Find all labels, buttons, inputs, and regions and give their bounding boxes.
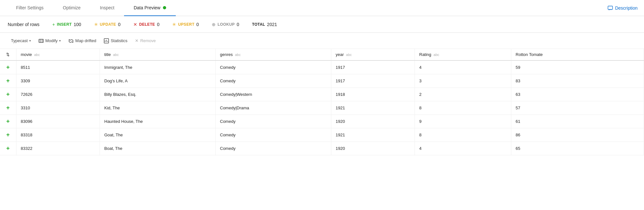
total-value: 2021	[267, 22, 277, 27]
description-button[interactable]: Description	[607, 5, 638, 11]
col-header-genres[interactable]: genres abc	[215, 49, 331, 60]
cell-indicator: +	[0, 115, 16, 128]
delete-icon: ✕	[133, 22, 137, 27]
typecast-label: Typecast	[11, 38, 28, 43]
update-stat: ✳ UPDATE 0	[94, 22, 121, 27]
cell-year: 1920	[331, 142, 415, 155]
cell-movie: 8511	[16, 60, 100, 74]
cell-year: 1917	[331, 60, 415, 74]
cell-indicator: +	[0, 142, 16, 155]
cell-title: Immigrant, The	[100, 60, 215, 74]
insert-icon: +	[52, 22, 55, 27]
cell-genres: Comedy	[215, 115, 331, 128]
cell-rating: 2	[415, 88, 511, 101]
col-header-rating[interactable]: Rating abc	[415, 49, 511, 60]
chat-icon	[607, 5, 613, 11]
col-header-year[interactable]: year abc	[331, 49, 415, 60]
map-drifted-button[interactable]: Map drifted	[65, 37, 99, 45]
cell-genres: Comedy	[215, 60, 331, 74]
cell-movie: 83318	[16, 128, 100, 142]
toolbar-row: Typecast ▾ Modify ▾ Map drifted Statisti…	[0, 33, 644, 49]
modify-button[interactable]: Modify ▾	[35, 37, 64, 45]
cell-genres: Comedy|Western	[215, 88, 331, 101]
cell-year: 1918	[331, 88, 415, 101]
statistics-button[interactable]: Statistics	[101, 37, 130, 45]
cell-genres: Comedy|Drama	[215, 101, 331, 115]
table-row: +83322Boat, TheComedy1920465	[0, 142, 644, 155]
col-header-title[interactable]: title abc	[100, 49, 215, 60]
total-stat: TOTAL 2021	[252, 22, 277, 27]
delete-label: DELETE	[139, 22, 155, 27]
cell-rotten: 83	[511, 74, 644, 88]
svg-rect-1	[39, 39, 43, 42]
cell-year: 1921	[331, 101, 415, 115]
cell-title: Billy Blazes, Esq.	[100, 88, 215, 101]
genres-sort[interactable]: genres abc	[220, 52, 241, 57]
update-icon: ✳	[94, 22, 98, 27]
tab-inspect[interactable]: Inspect	[90, 0, 124, 16]
year-sort[interactable]: year abc	[336, 52, 352, 57]
update-value: 0	[118, 22, 121, 27]
sort-up-icon: ⇅	[6, 52, 10, 57]
cell-indicator: +	[0, 88, 16, 101]
data-table-container: ⇅ movie abc title abc	[0, 49, 644, 155]
table-row: +83096Haunted House, TheComedy1920961	[0, 115, 644, 128]
data-table: ⇅ movie abc title abc	[0, 49, 644, 155]
cell-rating: 9	[415, 115, 511, 128]
cell-movie: 72626	[16, 88, 100, 101]
movie-sort[interactable]: movie abc	[21, 52, 40, 57]
tab-optimize[interactable]: Optimize	[53, 0, 90, 16]
col-header-rotten[interactable]: Rotton Tomate	[511, 49, 644, 60]
map-drifted-label: Map drifted	[75, 38, 96, 43]
cell-indicator: +	[0, 128, 16, 142]
lookup-stat: ⊕ LOOKUP 0	[212, 22, 239, 27]
cell-genres: Comedy	[215, 128, 331, 142]
cell-rotten: 61	[511, 115, 644, 128]
lookup-icon: ⊕	[212, 22, 216, 27]
cell-year: 1921	[331, 128, 415, 142]
cell-rotten: 86	[511, 128, 644, 142]
table-row: +8511Immigrant, TheComedy1917459	[0, 60, 644, 74]
col-header-movie[interactable]: movie abc	[16, 49, 100, 60]
cell-rating: 8	[415, 101, 511, 115]
modify-icon	[39, 38, 44, 43]
cell-rating: 3	[415, 74, 511, 88]
table-row: +3309Dog's Life, AComedy1917383	[0, 74, 644, 88]
row-count-label: Number of rows	[8, 22, 40, 27]
cell-movie: 83096	[16, 115, 100, 128]
title-sort[interactable]: title abc	[104, 52, 119, 57]
cell-title: Kid, The	[100, 101, 215, 115]
insert-label: INSERT	[57, 22, 72, 27]
upsert-stat: ✳ UPSERT 0	[172, 22, 199, 27]
tab-filter-settings[interactable]: Filter Settings	[6, 0, 53, 16]
cell-year: 1917	[331, 74, 415, 88]
sort-indicator[interactable]: ⇅	[6, 52, 10, 57]
remove-icon: ✕	[135, 38, 139, 43]
table-body: +8511Immigrant, TheComedy1917459+3309Dog…	[0, 60, 644, 155]
cell-indicator: +	[0, 101, 16, 115]
cell-rating: 8	[415, 128, 511, 142]
insert-stat: + INSERT 100	[52, 22, 81, 27]
col-header-indicator[interactable]: ⇅	[0, 49, 16, 60]
tab-data-preview[interactable]: Data Preview	[124, 0, 176, 16]
cell-indicator: +	[0, 60, 16, 74]
delete-value: 0	[157, 22, 159, 27]
typecast-button[interactable]: Typecast ▾	[8, 37, 34, 45]
stats-row: Number of rows + INSERT 100 ✳ UPDATE 0 ✕…	[0, 16, 644, 33]
remove-button[interactable]: ✕ Remove	[132, 37, 159, 45]
cell-title: Boat, The	[100, 142, 215, 155]
remove-label: Remove	[140, 38, 156, 43]
lookup-value: 0	[237, 22, 239, 27]
modify-chevron: ▾	[59, 39, 61, 42]
cell-movie: 3309	[16, 74, 100, 88]
rating-sort[interactable]: Rating abc	[419, 52, 439, 57]
cell-title: Haunted House, The	[100, 115, 215, 128]
cell-rotten: 59	[511, 60, 644, 74]
cell-indicator: +	[0, 74, 16, 88]
cell-year: 1920	[331, 115, 415, 128]
cell-title: Goat, The	[100, 128, 215, 142]
cell-movie: 3310	[16, 101, 100, 115]
svg-rect-0	[608, 6, 613, 9]
cell-movie: 83322	[16, 142, 100, 155]
typecast-chevron: ▾	[29, 39, 31, 42]
